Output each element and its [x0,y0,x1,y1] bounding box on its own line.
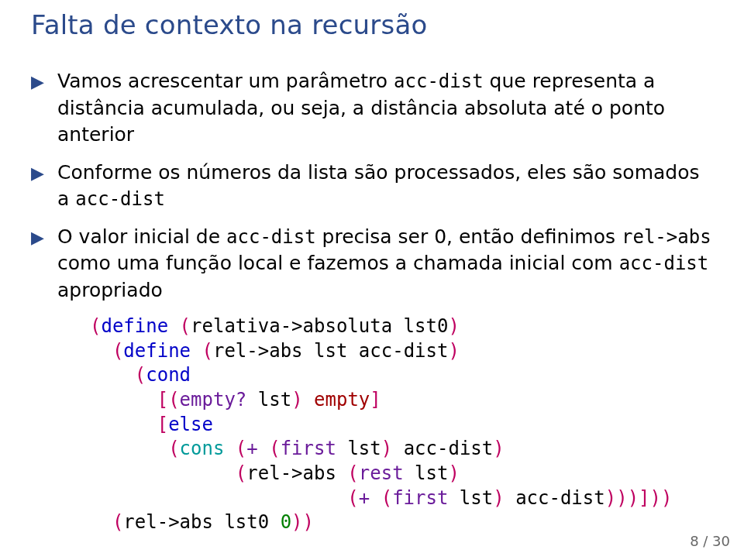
paren: ( [236,438,246,459]
kw-plus: + [359,487,370,509]
sp [448,487,459,509]
kw-rest: rest [359,462,404,484]
paren: ) [448,462,459,484]
ident: acc-dist [359,340,449,362]
paren: ) [493,438,504,459]
sp [392,315,403,337]
paren: ( [112,511,123,533]
ident: lst [460,487,493,509]
sp [336,462,347,484]
bullet-1: ▶ Vamos acrescentar um parâmetro acc-dis… [31,68,713,149]
sp [347,340,358,362]
ident: relativa->absoluta [191,315,392,337]
kw-define: define [101,315,168,337]
bracket: [ [157,414,168,435]
ident: acc-dist [515,487,605,509]
text: precisa ser 0, então definimos [316,225,622,248]
sp [370,487,381,509]
paren: ) [605,487,616,509]
paren: ( [381,487,392,509]
ident: lst [314,340,347,362]
sp [168,315,179,337]
ident: lst0 [224,511,269,533]
inline-code: acc-dist [75,188,165,210]
bullet-marker-icon: ▶ [31,224,57,250]
paren: ) [448,315,459,337]
text: como uma função local e fazemos a chamad… [57,252,619,274]
inline-code: rel->abs [622,226,711,248]
paren: ( [347,462,358,484]
code-block: (define (relativa->absoluta lst0) (defin… [90,314,713,535]
sp [303,389,314,411]
ident: lst [258,389,291,411]
paren: ( [180,315,191,337]
num-zero: 0 [281,511,291,533]
kw-plus: + [246,438,257,459]
bullet-3: ▶ O valor inicial de acc-dist precisa se… [31,224,713,304]
ident: lst [415,462,448,484]
bracket: ] [370,389,381,411]
paren: ( [269,438,280,459]
bullet-2: ▶ Conforme os números da lista são proce… [31,160,713,213]
sp [224,438,235,459]
bullet-1-text: Vamos acrescentar um parâmetro acc-dist … [57,68,713,149]
bullet-marker-icon: ▶ [31,160,57,186]
bracket: [ [157,389,168,411]
kw-first: first [392,487,448,509]
paren: ) [650,487,661,509]
kw-else: else [168,414,213,435]
paren: ( [168,438,179,459]
paren: ) [291,389,302,411]
inline-code: acc-dist [619,253,709,274]
sp [258,438,269,459]
sp [392,438,403,459]
paren: ) [493,487,504,509]
kw-empty: empty [314,389,370,411]
sp [336,438,347,459]
paren: ( [236,462,246,484]
paren: ( [168,389,179,411]
sp [303,340,314,362]
sp [505,487,515,509]
ident: rel->abs [246,462,336,484]
ident: lst0 [404,315,449,337]
sp [404,462,415,484]
bullet-2-text: Conforme os números da lista são process… [57,160,713,213]
slide: Falta de contexto na recursão ▶ Vamos ac… [0,0,744,560]
paren: ) [303,511,314,533]
paren: ) [616,487,627,509]
paren: ( [135,364,146,386]
bracket: ] [639,487,649,509]
kw-cons: cons [180,438,225,459]
paren: ( [347,487,358,509]
ident: rel->abs [213,340,303,362]
sp [246,389,257,411]
bullet-3-text: O valor inicial de acc-dist precisa ser … [57,224,713,304]
text: Vamos acrescentar um parâmetro [57,70,394,92]
paren: ) [628,487,639,509]
slide-content: ▶ Vamos acrescentar um parâmetro acc-dis… [31,68,713,535]
paren: ) [661,487,672,509]
sp [269,511,280,533]
paren: ) [448,340,459,362]
ident: lst [347,438,381,459]
paren: ) [381,438,392,459]
kw-emptyq: empty? [180,389,247,411]
ident: acc-dist [404,438,494,459]
sp [213,511,224,533]
inline-code: acc-dist [394,70,484,92]
kw-cond: cond [146,364,191,386]
kw-define: define [123,340,191,362]
bullet-marker-icon: ▶ [31,68,57,94]
paren: ( [112,340,123,362]
inline-code: acc-dist [226,226,316,248]
text: apropriado [57,279,163,301]
sp [191,340,202,362]
paren: ( [202,340,213,362]
text: O valor inicial de [57,225,226,248]
slide-title: Falta de contexto na recursão [31,0,713,40]
kw-first: first [281,438,336,459]
paren: ( [90,315,101,337]
page-number: 8 / 30 [690,533,730,549]
ident: rel->abs [123,511,213,533]
